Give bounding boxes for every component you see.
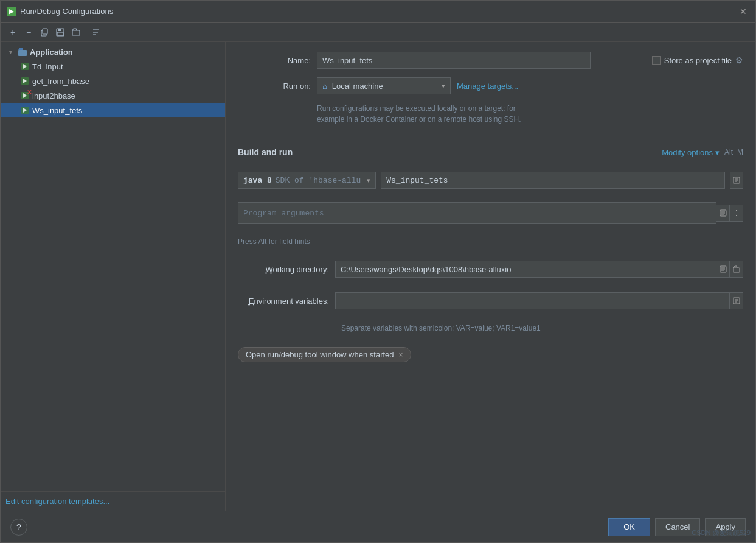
working-dir-icons [716, 261, 743, 278]
tree-item-ws-input-tets[interactable]: Ws_input_tets [1, 103, 225, 117]
sidebar-bottom: Edit configuration templates... [1, 491, 225, 511]
env-vars-row: Environment variables: [238, 292, 743, 309]
ok-button[interactable]: OK [608, 518, 650, 536]
modify-options-shortcut: Alt+M [724, 148, 743, 156]
run-on-chevron-icon: ▾ [442, 82, 445, 90]
store-settings-icon[interactable]: ⚙ [735, 55, 743, 65]
copy-config-button[interactable] [37, 25, 52, 40]
tree-label-td-input: Td_input [32, 62, 63, 71]
build-run-title: Build and run [238, 147, 293, 157]
expand-arrow-icon: ▾ [5, 47, 15, 57]
edit-config-templates-link[interactable]: Edit configuration templates... [5, 497, 109, 506]
svg-rect-3 [58, 29, 61, 31]
run-debug-dialog: ▶ Run/Debug Configurations ✕ + − [0, 0, 756, 543]
sdk-main-class-row: java 8 SDK of 'hbase-allu ▾ [238, 172, 743, 189]
svg-rect-1 [43, 29, 47, 34]
store-project-label: Store as project file [664, 56, 732, 65]
alt-hint: Press Alt for field hints [238, 237, 743, 246]
working-dir-input[interactable] [335, 261, 716, 278]
env-vars-note: Separate variables with semicolon: VAR=v… [341, 324, 743, 332]
working-dir-row: Working directory: [238, 261, 743, 278]
name-store-row: Name: Store as project file ⚙ [238, 52, 743, 69]
working-dir-browse-folder-button[interactable] [730, 261, 743, 278]
run-config-icon-selected [20, 105, 30, 115]
sdk-suffix: SDK of 'hbase-allu [276, 176, 361, 185]
sidebar: ▾ Application Td_input [1, 42, 226, 511]
program-args-row [238, 202, 743, 224]
prog-args-icons [716, 205, 743, 222]
sdk-dropdown[interactable]: java 8 SDK of 'hbase-allu ▾ [238, 172, 376, 189]
tree-item-td-input[interactable]: Td_input [1, 59, 225, 74]
tree-indent: get_from_hbase [20, 76, 89, 86]
tree-indent: Td_input [20, 61, 63, 71]
env-vars-label: Environment variables: [238, 296, 335, 306]
store-project-checkbox[interactable] [652, 56, 661, 65]
title-bar-left: ▶ Run/Debug Configurations [7, 7, 113, 16]
tree-label-application: Application [30, 47, 73, 57]
modify-options-button[interactable]: Modify options ▾ [662, 148, 720, 157]
run-config-error-icon: ✕ [20, 91, 30, 100]
working-dir-browse-file-button[interactable] [716, 261, 730, 278]
config-panel: Name: Store as project file ⚙ Run on: ⌂ … [226, 42, 755, 511]
tree-indent: ▾ Application [5, 47, 73, 57]
manage-targets-link[interactable]: Manage targets... [457, 82, 518, 91]
env-vars-input[interactable] [335, 292, 730, 309]
run-on-hint: Run configurations may be executed local… [317, 103, 743, 125]
run-config-icon-2 [20, 76, 30, 86]
watermark: CSDN @爱阔疏529 [692, 528, 751, 538]
main-class-browse-button[interactable] [730, 172, 743, 189]
open-tool-window-tag: Open run/debug tool window when started … [238, 347, 411, 362]
toolbar-separator [86, 27, 86, 38]
tag-row: Open run/debug tool window when started … [238, 347, 743, 362]
modify-options-area: Modify options ▾ Alt+M [662, 148, 743, 157]
button-bar: ? OK Cancel Apply [1, 511, 755, 542]
app-icon: ▶ [7, 7, 16, 16]
run-on-value: Local machine [332, 82, 437, 91]
save-config-button[interactable] [53, 25, 68, 40]
tree-label-get-from-hbase: get_from_hbase [32, 77, 89, 86]
main-content: ▾ Application Td_input [1, 42, 755, 511]
tree-item-input2hbase[interactable]: ✕ input2hbase [1, 88, 225, 103]
tree-indent: Ws_input_tets [20, 105, 82, 115]
tree-label-input2hbase: input2hbase [32, 91, 75, 100]
name-input[interactable] [317, 52, 591, 69]
env-vars-icons [730, 292, 743, 309]
prog-args-expand-button[interactable] [730, 205, 743, 222]
tree-label-ws-input-tets: Ws_input_tets [32, 106, 82, 115]
run-config-icon [20, 61, 30, 71]
working-dir-label: Working directory: [238, 265, 335, 274]
main-class-input[interactable] [381, 172, 725, 189]
sdk-chevron-icon: ▾ [367, 177, 370, 184]
open-folder-button[interactable] [69, 25, 83, 40]
title-bar: ▶ Run/Debug Configurations ✕ [1, 1, 755, 23]
tree-indent: ✕ input2hbase [20, 91, 75, 100]
modify-options-chevron-icon: ▾ [715, 148, 720, 157]
toolbar: + − [1, 23, 755, 42]
tree-item-application[interactable]: ▾ Application [1, 44, 225, 59]
section-divider [238, 136, 743, 136]
add-config-button[interactable]: + [5, 25, 20, 40]
svg-rect-8 [18, 50, 27, 56]
name-label: Name: [238, 56, 311, 65]
sort-button[interactable] [89, 25, 103, 40]
run-on-dropdown[interactable]: ⌂ Local machine ▾ [317, 77, 451, 94]
prog-args-browse-button[interactable] [716, 205, 730, 222]
env-vars-browse-button[interactable] [730, 292, 743, 309]
open-tool-window-label: Open run/debug tool window when started [246, 350, 394, 359]
tree-area: ▾ Application Td_input [1, 42, 225, 491]
open-tool-window-close-button[interactable]: × [399, 351, 403, 359]
application-folder-icon [18, 47, 27, 57]
svg-rect-4 [57, 32, 63, 35]
help-button[interactable]: ? [10, 519, 27, 536]
program-args-input[interactable] [238, 202, 716, 224]
store-project-row: Store as project file ⚙ [652, 55, 743, 65]
dialog-title: Run/Debug Configurations [20, 7, 113, 16]
modify-options-label: Modify options [662, 148, 713, 157]
local-machine-icon: ⌂ [322, 82, 327, 91]
tree-item-get-from-hbase[interactable]: get_from_hbase [1, 74, 225, 88]
remove-config-button[interactable]: − [21, 25, 36, 40]
close-button[interactable]: ✕ [737, 5, 749, 18]
sdk-label: java 8 [243, 176, 272, 185]
build-run-header: Build and run Modify options ▾ Alt+M [238, 147, 743, 157]
svg-rect-29 [733, 268, 740, 272]
